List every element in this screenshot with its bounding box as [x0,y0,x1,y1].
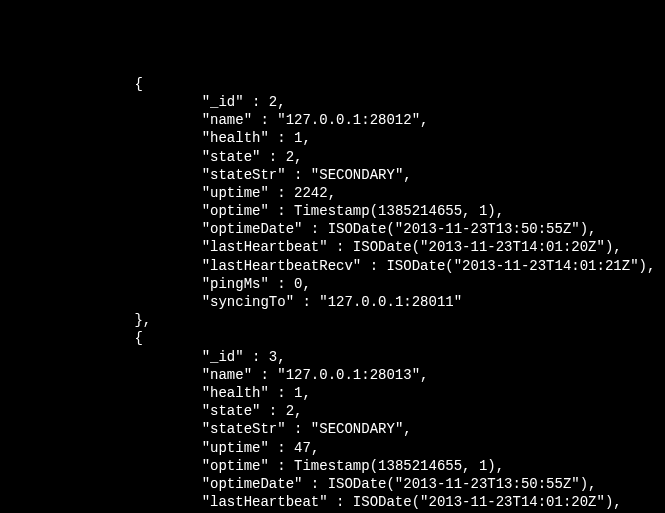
field-lastHeartbeatRecv: "lastHeartbeatRecv" : ISODate("2013-11-2… [0,258,655,274]
field-optimeDate: "optimeDate" : ISODate("2013-11-23T13:50… [0,221,597,237]
brace-open: { [0,330,143,346]
field-optime: "optime" : Timestamp(1385214655, 1), [0,458,504,474]
field-uptime: "uptime" : 47, [0,440,319,456]
field-stateStr: "stateStr" : "SECONDARY", [0,421,412,437]
field-optime: "optime" : Timestamp(1385214655, 1), [0,203,504,219]
brace-close: }, [0,312,151,328]
field-name: "name" : "127.0.0.1:28012", [0,112,429,128]
field-state: "state" : 2, [0,403,302,419]
field-name: "name" : "127.0.0.1:28013", [0,367,429,383]
field-state: "state" : 2, [0,149,302,165]
field-lastHeartbeat: "lastHeartbeat" : ISODate("2013-11-23T14… [0,239,622,255]
field-uptime: "uptime" : 2242, [0,185,336,201]
field-id: "_id" : 3, [0,349,286,365]
field-id: "_id" : 2, [0,94,286,110]
field-lastHeartbeat: "lastHeartbeat" : ISODate("2013-11-23T14… [0,494,622,510]
brace-open: { [0,76,143,92]
field-pingMs: "pingMs" : 0, [0,276,311,292]
field-syncingTo: "syncingTo" : "127.0.0.1:28011" [0,294,462,310]
field-stateStr: "stateStr" : "SECONDARY", [0,167,412,183]
field-health: "health" : 1, [0,130,311,146]
field-optimeDate: "optimeDate" : ISODate("2013-11-23T13:50… [0,476,597,492]
field-health: "health" : 1, [0,385,311,401]
terminal-output: { "_id" : 2, "name" : "127.0.0.1:28012",… [0,75,665,513]
